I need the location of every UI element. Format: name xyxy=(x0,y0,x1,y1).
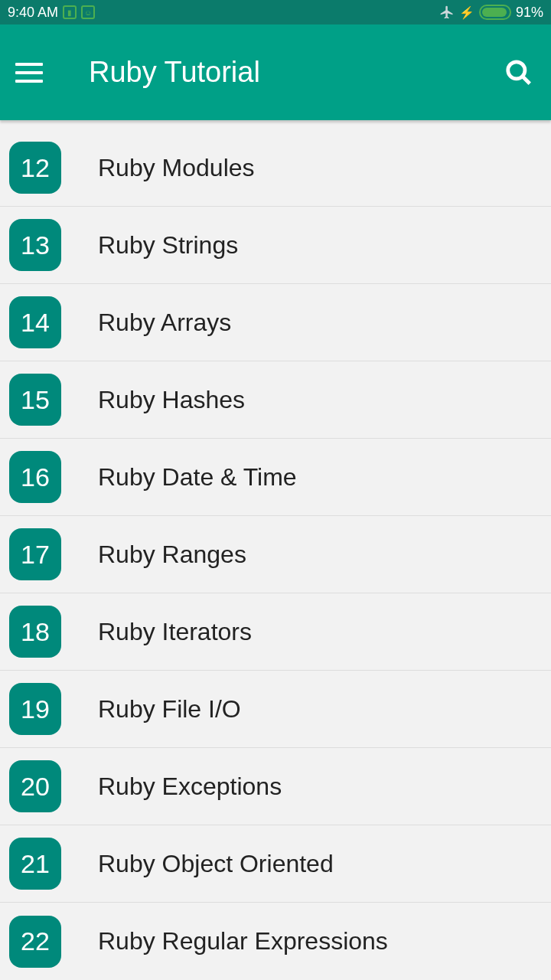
item-label: Ruby Ranges xyxy=(98,541,246,569)
item-number-badge: 22 xyxy=(9,916,61,968)
item-label: Ruby Iterators xyxy=(98,618,252,646)
status-time: 9:40 AM xyxy=(8,5,58,21)
list-item[interactable]: 14Ruby Arrays xyxy=(0,284,551,361)
item-number-badge: 15 xyxy=(9,374,61,426)
item-label: Ruby Strings xyxy=(98,231,238,260)
item-label: Ruby Hashes xyxy=(98,386,245,414)
list-item[interactable]: 15Ruby Hashes xyxy=(0,361,551,439)
airplane-icon xyxy=(439,5,455,20)
list-item[interactable]: 16Ruby Date & Time xyxy=(0,439,551,516)
item-label: Ruby Exceptions xyxy=(98,773,282,801)
svg-point-0 xyxy=(508,61,525,78)
item-label: Ruby Arrays xyxy=(98,309,231,337)
battery-icon xyxy=(479,5,511,20)
list-item[interactable]: 13Ruby Strings xyxy=(0,207,551,284)
svg-line-1 xyxy=(523,76,530,83)
battery-saver-icon: ▮ xyxy=(63,5,77,19)
item-number-badge: 14 xyxy=(9,296,61,348)
list-item[interactable]: 21Ruby Object Oriented xyxy=(0,825,551,903)
item-label: Ruby File I/O xyxy=(98,695,241,724)
item-number-badge: 19 xyxy=(9,683,61,735)
search-button[interactable] xyxy=(502,56,536,90)
charging-icon: ⚡ xyxy=(459,5,474,20)
list-item[interactable]: 18Ruby Iterators xyxy=(0,593,551,671)
item-number-badge: 21 xyxy=(9,838,61,890)
android-icon: ☺ xyxy=(81,5,95,19)
status-right: ⚡ 91% xyxy=(439,5,543,21)
item-label: Ruby Object Oriented xyxy=(98,850,334,878)
item-label: Ruby Regular Expressions xyxy=(98,927,388,956)
tutorial-list[interactable]: 12Ruby Modules13Ruby Strings14Ruby Array… xyxy=(0,120,551,980)
status-left: 9:40 AM ▮ ☺ xyxy=(8,5,95,21)
hamburger-icon xyxy=(15,63,43,66)
item-number-badge: 17 xyxy=(9,528,61,580)
menu-button[interactable] xyxy=(15,56,49,90)
page-title: Ruby Tutorial xyxy=(89,56,260,89)
item-number-badge: 12 xyxy=(9,142,61,194)
item-number-badge: 13 xyxy=(9,219,61,271)
item-number-badge: 16 xyxy=(9,451,61,503)
item-number-badge: 18 xyxy=(9,606,61,658)
item-label: Ruby Date & Time xyxy=(98,463,297,492)
app-bar: Ruby Tutorial xyxy=(0,24,551,120)
list-item[interactable]: 19Ruby File I/O xyxy=(0,671,551,748)
status-bar: 9:40 AM ▮ ☺ ⚡ 91% xyxy=(0,0,551,24)
list-item[interactable]: 12Ruby Modules xyxy=(0,129,551,207)
list-item[interactable]: 22Ruby Regular Expressions xyxy=(0,903,551,980)
list-item[interactable]: 20Ruby Exceptions xyxy=(0,748,551,825)
battery-percent: 91% xyxy=(516,5,543,21)
list-item[interactable]: 17Ruby Ranges xyxy=(0,516,551,593)
item-number-badge: 20 xyxy=(9,760,61,812)
item-label: Ruby Modules xyxy=(98,154,255,182)
search-icon xyxy=(504,58,533,87)
